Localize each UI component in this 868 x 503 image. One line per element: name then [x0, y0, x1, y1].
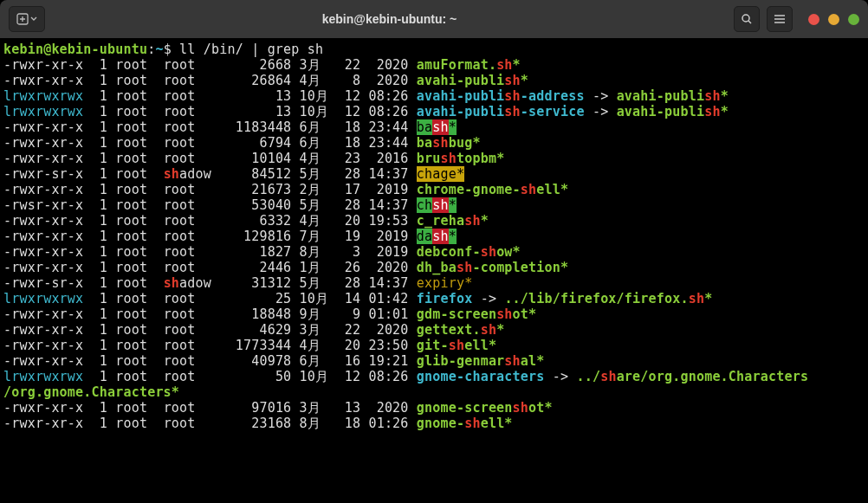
file-row: -rwxr-xr-x 1 root root 2668 3月 22 2020 a…	[3, 57, 865, 73]
minimize-button[interactable]	[828, 14, 839, 25]
titlebar-left	[9, 6, 45, 32]
menu-button[interactable]	[767, 6, 793, 32]
file-row: -rwxr-xr-x 1 root root 26864 4月 8 2020 a…	[3, 73, 865, 88]
file-row: -rwxr-xr-x 1 root root 4629 3月 22 2020 g…	[3, 322, 865, 338]
search-icon	[741, 13, 753, 25]
file-row: -rwxr-xr-x 1 root root 10104 4月 23 2016 …	[3, 151, 865, 166]
chevron-down-icon	[30, 16, 37, 23]
file-row: -rwxr-xr-x 1 root root 6332 4月 20 19:53 …	[3, 213, 865, 229]
file-row: -rwxr-xr-x 1 root root 23168 8月 18 01:26…	[3, 416, 865, 431]
titlebar[interactable]: kebin@kebin-ubuntu: ~	[0, 0, 868, 38]
file-row: -rwxr-sr-x 1 root shadow 31312 5月 28 14:…	[3, 275, 865, 291]
file-row: -rwxr-xr-x 1 root root 2446 1月 26 2020 d…	[3, 260, 865, 275]
file-row: -rwxr-xr-x 1 root root 18848 9月 9 01:01 …	[3, 306, 865, 322]
file-row: lrwxrwxrwx 1 root root 25 10月 14 01:42 f…	[3, 291, 865, 306]
file-row: lrwxrwxrwx 1 root root 50 10月 12 08:26 g…	[3, 369, 865, 384]
search-button[interactable]	[734, 6, 760, 32]
file-row: -rwxr-xr-x 1 root root 1773344 4月 20 23:…	[3, 338, 865, 353]
window-title: kebin@kebin-ubuntu: ~	[52, 12, 727, 26]
new-tab-button[interactable]	[9, 6, 45, 32]
window-controls	[808, 14, 859, 25]
svg-line-4	[748, 21, 751, 23]
file-row: -rwxr-xr-x 1 root root 40978 6月 16 19:21…	[3, 353, 865, 369]
file-row: -rwxr-xr-x 1 root root 21673 2月 17 2019 …	[3, 182, 865, 197]
file-row: -rwxr-xr-x 1 root root 97016 3月 13 2020 …	[3, 400, 865, 416]
new-tab-icon	[16, 13, 29, 25]
prompt-line: kebin@kebin-ubuntu:~$ ll /bin/ | grep sh	[3, 42, 865, 57]
file-row: -rwxr-xr-x 1 root root 1183448 6月 18 23:…	[3, 119, 865, 135]
file-row: -rwxr-sr-x 1 root shadow 84512 5月 28 14:…	[3, 166, 865, 182]
close-button[interactable]	[808, 14, 819, 25]
file-row: -rwxr-xr-x 1 root root 129816 7月 19 2019…	[3, 229, 865, 244]
hamburger-icon	[774, 14, 786, 24]
file-row-wrap: /org.gnome.Characters*	[3, 384, 865, 400]
terminal-window: kebin@kebin-ubuntu: ~ kebin@kebin-ubuntu…	[0, 0, 868, 503]
terminal-output[interactable]: kebin@kebin-ubuntu:~$ ll /bin/ | grep sh…	[0, 38, 868, 503]
file-row: -rwsr-xr-x 1 root root 53040 5月 28 14:37…	[3, 197, 865, 213]
file-row: lrwxrwxrwx 1 root root 13 10月 12 08:26 a…	[3, 88, 865, 104]
file-row: -rwxr-xr-x 1 root root 6794 6月 18 23:44 …	[3, 135, 865, 151]
file-row: lrwxrwxrwx 1 root root 13 10月 12 08:26 a…	[3, 104, 865, 119]
svg-point-3	[742, 15, 749, 22]
titlebar-right	[734, 6, 859, 32]
maximize-button[interactable]	[848, 14, 859, 25]
file-row: -rwxr-xr-x 1 root root 1827 8月 3 2019 de…	[3, 244, 865, 260]
